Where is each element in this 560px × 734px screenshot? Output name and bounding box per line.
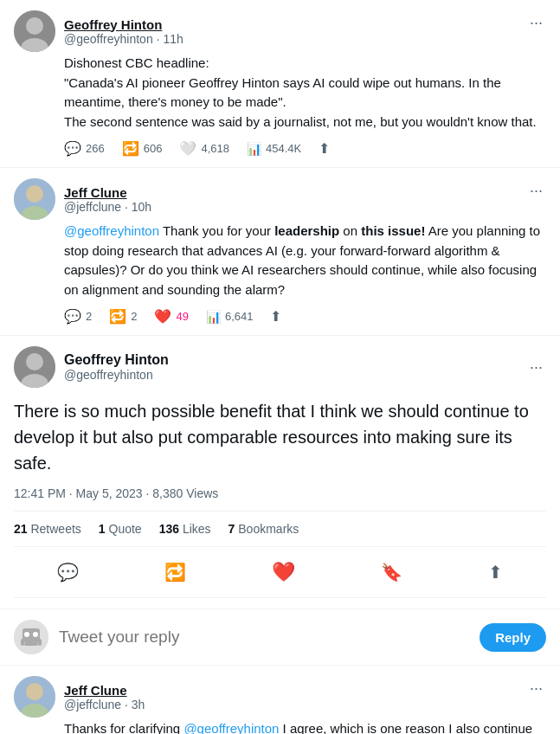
views-action[interactable]: 📊 454.4K (247, 142, 301, 156)
reply-action[interactable]: 💬 266 (64, 140, 105, 157)
views-icon-2: 📊 (206, 310, 221, 324)
tweet-2-body: @geoffreyhinton Thank you for your leade… (64, 222, 546, 325)
reply-count-2: 2 (86, 310, 92, 323)
reply-tweet-1-body: Thanks for clarifying @geoffreyhinton I … (64, 719, 546, 734)
reply-input[interactable] (59, 628, 469, 647)
reply-icon: 💬 (64, 140, 81, 157)
retweet-action[interactable]: 🔁 606 (122, 140, 163, 157)
share-action[interactable]: ⬆ (319, 140, 330, 157)
share-action-2[interactable]: ⬆ (270, 308, 281, 325)
main-tweet-meta: 12:41 PM · May 5, 2023 · 8,380 Views (14, 486, 546, 500)
more-options-icon[interactable]: ··· (526, 10, 546, 35)
retweet-count-2: 2 (131, 310, 137, 323)
main-tweet: Geoffrey Hinton @geoffreyhinton ··· Ther… (0, 336, 560, 609)
more-options-icon-reply1[interactable]: ··· (526, 676, 546, 701)
avatar-geoffrey-hinton-main (14, 346, 55, 388)
retweet-action-2[interactable]: 🔁 2 (109, 308, 137, 325)
main-tweet-actions: 💬 🔁 ❤️ 🔖 ⬆ (14, 547, 546, 598)
like-icon-filled-2: ❤️ (154, 308, 171, 325)
reply-avatar (14, 620, 48, 654)
reply-box: Reply (0, 609, 560, 666)
stat-quotes[interactable]: 1 Quote (99, 522, 142, 536)
reply-button[interactable]: Reply (480, 623, 546, 652)
stat-likes[interactable]: 136 Likes (159, 522, 211, 536)
tweet-1-handle-time: @geoffreyhinton · 11h (64, 32, 183, 46)
share-icon-2: ⬆ (270, 308, 281, 325)
svg-point-4 (26, 185, 43, 203)
reply-tweet-1-handle-time: @jeffclune · 3h (64, 698, 145, 711)
bookmark-action-main[interactable]: 🔖 (374, 555, 409, 589)
views-icon: 📊 (247, 142, 261, 156)
svg-point-17 (26, 683, 43, 700)
tweet-1-header: Geoffrey Hinton @geoffreyhinton · 11h ··… (14, 10, 546, 52)
avatar-geoffrey-hinton-1 (14, 10, 55, 52)
like-action-2[interactable]: ❤️ 49 (154, 308, 188, 325)
reply-count: 266 (86, 142, 105, 155)
tweet-2-header: Jeff Clune @jeffclune · 10h ··· (14, 178, 546, 220)
tweet-1-body: Dishonest CBC headline:"Canada's AI pion… (64, 54, 546, 157)
views-action-2[interactable]: 📊 6,641 (206, 310, 254, 324)
views-count: 454.4K (266, 142, 301, 155)
svg-point-1 (26, 17, 43, 35)
like-icon: 🤍 (179, 140, 196, 157)
reply-tweet-1-header: Jeff Clune @jeffclune · 3h ··· (14, 676, 546, 718)
more-options-icon-2[interactable]: ··· (526, 178, 546, 203)
reply-tweet-1-text: Thanks for clarifying @geoffreyhinton I … (64, 719, 546, 734)
like-count: 4,618 (201, 142, 229, 155)
reply-tweet-1-username[interactable]: Jeff Clune (64, 683, 145, 698)
retweet-count: 606 (144, 142, 163, 155)
retweet-icon-2: 🔁 (109, 308, 126, 325)
svg-rect-13 (24, 642, 38, 646)
svg-rect-14 (21, 639, 24, 646)
stat-retweets[interactable]: 21 Retweets (14, 522, 81, 536)
tweet-1-username[interactable]: Geoffrey Hinton (64, 17, 183, 32)
avatar-jeff-clune-1 (14, 178, 55, 220)
mention-geoffreyhinton-reply[interactable]: @geoffreyhinton (183, 721, 279, 734)
tweet-2-actions: 💬 2 🔁 2 ❤️ 49 📊 6,641 ⬆ (64, 308, 546, 325)
stat-bookmarks[interactable]: 7 Bookmarks (229, 522, 299, 536)
tweet-2-username[interactable]: Jeff Clune (64, 185, 151, 200)
avatar-jeff-clune-reply (14, 676, 55, 718)
retweet-icon: 🔁 (122, 140, 139, 157)
svg-point-12 (33, 632, 38, 637)
reply-tweet-1: Jeff Clune @jeffclune · 3h ··· Thanks fo… (0, 666, 560, 734)
main-tweet-text: There is so much possible benefit that I… (14, 398, 546, 476)
main-tweet-stats: 21 Retweets 1 Quote 136 Likes 7 Bookmark… (14, 511, 546, 547)
tweet-1-actions: 💬 266 🔁 606 🤍 4,618 📊 454.4K ⬆ (64, 140, 546, 157)
tweet-2-text: @geoffreyhinton Thank you for your leade… (64, 222, 546, 299)
like-count-2: 49 (176, 310, 188, 323)
tweet-1: Geoffrey Hinton @geoffreyhinton · 11h ··… (0, 0, 560, 168)
views-count-2: 6,641 (225, 310, 254, 323)
main-tweet-handle: @geoffreyhinton (64, 368, 169, 382)
mention-geoffreyhinton[interactable]: @geoffreyhinton (64, 223, 159, 238)
main-tweet-username[interactable]: Geoffrey Hinton (64, 352, 169, 368)
more-options-icon-main[interactable]: ··· (526, 355, 546, 380)
reply-action-2[interactable]: 💬 2 (64, 308, 92, 325)
reply-icon-2: 💬 (64, 308, 81, 325)
share-icon: ⬆ (319, 140, 330, 157)
like-action-main[interactable]: ❤️ (265, 554, 302, 590)
main-tweet-header: Geoffrey Hinton @geoffreyhinton ··· (14, 346, 546, 388)
tweet-2-handle-time: @jeffclune · 10h (64, 200, 151, 214)
tweet-1-text: Dishonest CBC headline:"Canada's AI pion… (64, 54, 546, 132)
tweet-2: Jeff Clune @jeffclune · 10h ··· @geoffre… (0, 168, 560, 336)
share-action-main[interactable]: ⬆ (481, 555, 510, 589)
svg-rect-15 (38, 639, 42, 646)
like-action[interactable]: 🤍 4,618 (179, 140, 229, 157)
svg-point-7 (26, 353, 43, 370)
reply-action-main[interactable]: 💬 (50, 555, 86, 589)
retweet-action-main[interactable]: 🔁 (158, 555, 193, 589)
svg-point-11 (24, 632, 29, 637)
